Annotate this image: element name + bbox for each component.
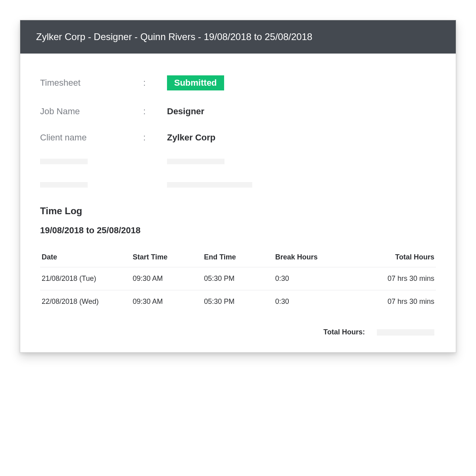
placeholder-row-2 [40,182,436,188]
client-name-value: Zylker Corp [167,132,215,143]
table-header-row: Date Start Time End Time Break Hours Tot… [40,249,436,267]
table-row: 21/08/2018 (Tue) 09:30 AM 05:30 PM 0:30 … [40,267,436,290]
timelog-table: Date Start Time End Time Break Hours Tot… [40,249,436,313]
cell-end: 05:30 PM [202,267,274,290]
client-name-label: Client name [40,132,143,143]
placeholder-bar [167,182,252,188]
colon: : [143,106,167,117]
placeholder-bar [167,159,225,164]
total-hours-label: Total Hours: [323,328,365,336]
col-end: End Time [202,249,274,267]
job-name-value: Designer [167,106,204,117]
total-hours-footer: Total Hours: [40,328,436,336]
info-row-client: Client name : Zylker Corp [40,132,436,143]
status-badge: Submitted [167,75,224,90]
info-row-timesheet: Timesheet : Submitted [40,75,436,90]
info-row-job: Job Name : Designer [40,106,436,117]
cell-break: 0:30 [274,290,345,313]
page-title: Zylker Corp - Designer - Quinn Rivers - … [36,31,312,42]
timesheet-label: Timesheet [40,78,143,88]
placeholder-bar [40,159,88,164]
colon: : [143,132,167,143]
page-title-bar: Zylker Corp - Designer - Quinn Rivers - … [20,20,456,54]
cell-date: 22/08/2018 (Wed) [40,290,131,313]
status-badge-wrapper: Submitted [167,75,224,90]
cell-start: 09:30 AM [131,267,203,290]
cell-total: 07 hrs 30 mins [345,290,436,313]
cell-date: 21/08/2018 (Tue) [40,267,131,290]
colon: : [143,78,167,88]
timelog-title: Time Log [40,205,436,217]
timelog-range: 19/08/2018 to 25/08/2018 [40,225,436,236]
table-row: 22/08/2018 (Wed) 09:30 AM 05:30 PM 0:30 … [40,290,436,313]
col-date: Date [40,249,131,267]
col-total: Total Hours [345,249,436,267]
placeholder-bar [40,182,88,188]
card-body: Timesheet : Submitted Job Name : Designe… [20,54,456,352]
cell-break: 0:30 [274,267,345,290]
cell-start: 09:30 AM [131,290,203,313]
timesheet-card: Zylker Corp - Designer - Quinn Rivers - … [20,20,456,353]
cell-total: 07 hrs 30 mins [345,267,436,290]
col-break: Break Hours [274,249,345,267]
placeholder-row-1 [40,159,436,164]
job-name-label: Job Name [40,106,143,117]
cell-end: 05:30 PM [202,290,274,313]
total-hours-placeholder [377,329,434,336]
col-start: Start Time [131,249,203,267]
